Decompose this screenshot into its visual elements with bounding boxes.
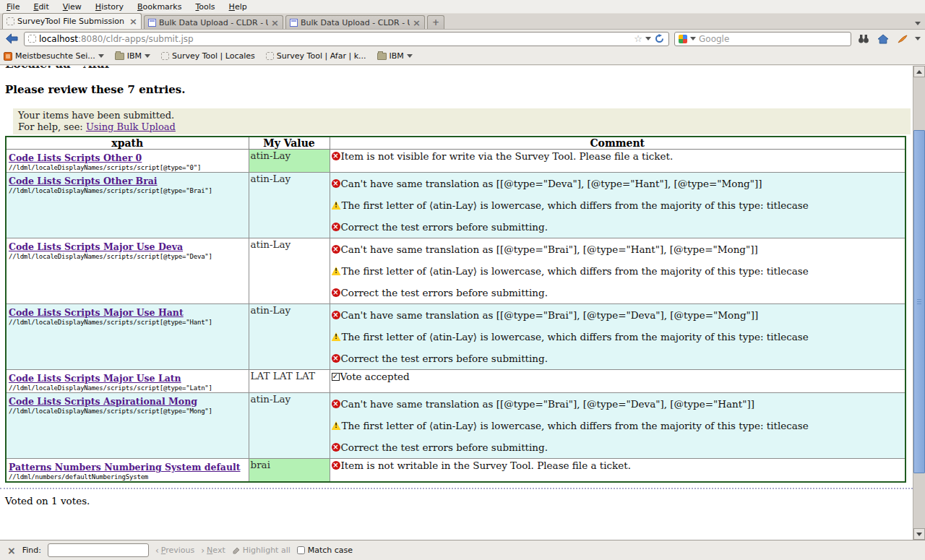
bookmark-survey-tool-afar[interactable]: Survey Tool | Afar | k...: [266, 51, 366, 61]
url-dropdown-chevron-icon[interactable]: [645, 37, 651, 40]
table-header-row: xpath My Value Comment: [6, 137, 905, 150]
scroll-up-button[interactable]: [913, 66, 925, 77]
bookmark-most-visited[interactable]: Meistbesuchte Sei...: [4, 51, 104, 61]
xpath-link[interactable]: Code Lists Scripts Other 0: [9, 152, 142, 163]
bookmark-label: Survey Tool | Locales: [172, 51, 255, 61]
bookmark-folder-ibm-2[interactable]: IBM: [377, 51, 413, 61]
comment-line: Item is not writable in the Survey Tool.…: [332, 460, 904, 472]
xpath-link[interactable]: Code Lists Scripts Major Use Deva: [9, 241, 183, 252]
find-button[interactable]: [856, 32, 871, 46]
search-bar[interactable]: [674, 32, 851, 46]
notice-help-prefix: For help, see:: [18, 121, 86, 132]
tab-bulk-data-upload-2[interactable]: Bulk Data Upload - CLDR - Un... ×: [285, 15, 425, 29]
comment-text: Can't have same translation as [[@type="…: [341, 309, 759, 321]
match-case-option[interactable]: Match case: [297, 546, 353, 555]
vertical-scrollbar[interactable]: [913, 66, 925, 540]
menu-view[interactable]: View: [63, 2, 82, 12]
tab-close-icon[interactable]: ×: [271, 19, 279, 27]
scrollbar-thumb[interactable]: [913, 130, 925, 473]
xpath-link[interactable]: Code Lists Scripts Aspirational Mong: [9, 396, 197, 407]
menu-file[interactable]: File: [7, 2, 20, 12]
xpath-link[interactable]: Code Lists Scripts Major Use Hant: [9, 307, 184, 318]
xpath-link[interactable]: Code Lists Scripts Other Brai: [9, 176, 158, 186]
comment-line: The first letter of ⟨atin-Lay⟩ is lowerc…: [332, 331, 904, 343]
xpath-link[interactable]: Code Lists Scripts Major Use Latn: [9, 373, 181, 384]
highlight-all-button[interactable]: Highlight all: [232, 546, 291, 555]
bookmark-label: IBM: [390, 51, 404, 61]
error-icon: [332, 443, 340, 452]
comment-line: Can't have same translation as [[@type="…: [332, 309, 904, 322]
comment-line: Correct the test errors before submittin…: [332, 441, 904, 454]
comment-text: Correct the test errors before submittin…: [341, 221, 548, 233]
reload-button[interactable]: [654, 33, 665, 44]
page-favicon-icon: [148, 19, 156, 27]
back-button[interactable]: [4, 32, 19, 46]
find-next-label: Next: [207, 546, 225, 555]
warning-icon: [332, 267, 341, 275]
bookmark-star-icon[interactable]: ☆: [634, 34, 642, 43]
tab-bulk-data-upload-1[interactable]: Bulk Data Upload - CLDR - Un... ×: [144, 15, 283, 29]
toolbar-overflow-chevron-icon[interactable]: [915, 37, 921, 40]
comment-line: Correct the test errors before submittin…: [332, 287, 904, 299]
home-button[interactable]: [876, 32, 890, 46]
comment-cell: Item is not writable in the Survey Tool.…: [330, 459, 905, 483]
page-favicon-icon: [290, 19, 298, 27]
comment-cell: Vote accepted: [330, 370, 905, 393]
chevron-down-icon: [145, 54, 150, 58]
reload-icon: [655, 34, 664, 43]
tab-surveytool-file-submission[interactable]: SurveyTool File Submission | ... ×: [2, 13, 142, 29]
my-value-cell: atin-Lay: [249, 393, 330, 459]
home-icon: [877, 34, 889, 44]
tab-close-icon[interactable]: ×: [129, 17, 137, 25]
bookmark-folder-ibm-1[interactable]: IBM: [115, 51, 150, 61]
find-input[interactable]: [48, 543, 149, 557]
placeholder-favicon-icon: [161, 52, 169, 60]
xpath-cell: Code Lists Scripts Other 0//ldml/localeD…: [6, 150, 249, 173]
xpath-path: //ldml/numbers/defaultNumberingSystem: [9, 473, 246, 481]
url-bar[interactable]: localhost:8080/cldr-apps/submit.jsp ☆: [24, 32, 669, 46]
menu-tools[interactable]: Tools: [195, 2, 215, 12]
page-title: Please review these 7 entries.: [5, 83, 913, 96]
notice-line-1: Your items have been submitted.: [18, 110, 905, 121]
find-next-button[interactable]: ›Next: [201, 546, 225, 556]
site-favicon-icon: [28, 35, 36, 43]
menu-edit[interactable]: Edit: [33, 2, 48, 12]
match-case-checkbox[interactable]: [297, 546, 305, 554]
find-previous-button[interactable]: ‹Previous: [155, 546, 194, 556]
tab-overflow-chevron-icon[interactable]: [915, 22, 921, 25]
comment-text: Item is not writable in the Survey Tool.…: [341, 460, 631, 471]
tab-close-icon[interactable]: ×: [413, 19, 421, 27]
xpath-path: //ldml/localeDisplayNames/scripts/script…: [9, 187, 246, 194]
quill-button[interactable]: [895, 32, 910, 46]
my-value-cell: atin-Lay: [249, 173, 330, 238]
table-row: Code Lists Scripts Major Use Latn//ldml/…: [6, 370, 905, 393]
find-label: Find:: [22, 546, 41, 555]
column-header-my-value: My Value: [249, 137, 330, 150]
comment-line: Item is not visible for write via the Su…: [332, 150, 904, 163]
submission-notice: Your items have been submitted. For help…: [13, 108, 911, 134]
review-table: xpath My Value Comment Code Lists Script…: [5, 136, 906, 483]
bookmark-survey-tool-locales[interactable]: Survey Tool | Locales: [161, 51, 255, 61]
error-icon: [332, 245, 340, 254]
xpath-link[interactable]: Patterns Numbers Numbering System defaul…: [9, 462, 241, 473]
find-close-icon[interactable]: ×: [7, 546, 16, 555]
voted-summary: Voted on 1 votes.: [5, 495, 913, 507]
menu-history[interactable]: History: [95, 2, 124, 12]
highlight-all-label: Highlight all: [243, 546, 291, 555]
new-tab-button[interactable]: +: [427, 15, 444, 29]
menu-bookmarks[interactable]: Bookmarks: [137, 2, 181, 12]
table-row: Code Lists Scripts Major Use Deva//ldml/…: [6, 238, 905, 304]
scroll-down-button[interactable]: [913, 528, 925, 540]
my-value-cell: LAT LAT LAT: [249, 370, 330, 393]
comment-line: Can't have same translation as [[@type="…: [332, 244, 904, 256]
error-icon: [332, 311, 340, 319]
menu-help[interactable]: Help: [229, 2, 247, 12]
highlighter-icon: [232, 546, 241, 555]
search-engine-chevron-icon[interactable]: [690, 37, 696, 40]
using-bulk-upload-link[interactable]: Using Bulk Upload: [86, 121, 176, 132]
comment-text: The first letter of ⟨atin-Lay⟩ is lowerc…: [342, 265, 809, 277]
url-text: localhost:8080/cldr-apps/submit.jsp: [39, 34, 631, 44]
search-input[interactable]: [699, 34, 847, 44]
scroll-down-icon: [916, 533, 922, 536]
xpath-cell: Code Lists Scripts Aspirational Mong//ld…: [6, 393, 249, 459]
